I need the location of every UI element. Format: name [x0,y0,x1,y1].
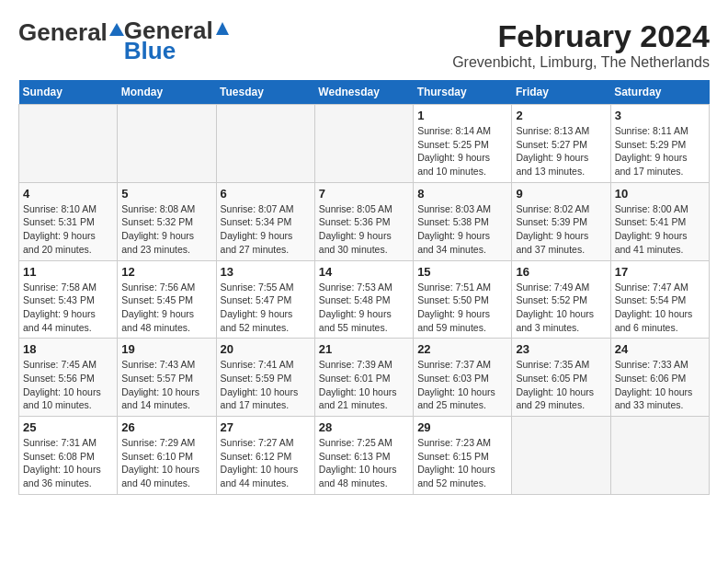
day-info: Sunrise: 8:10 AM Sunset: 5:31 PM Dayligh… [23,202,113,257]
day-info: Sunrise: 8:13 AM Sunset: 5:27 PM Dayligh… [516,124,606,178]
col-tuesday: Tuesday [216,80,314,105]
day-number: 19 [121,342,211,356]
calendar-cell: 17Sunrise: 7:47 AM Sunset: 5:54 PM Dayli… [610,260,709,339]
calendar-cell: 18Sunrise: 7:45 AM Sunset: 5:56 PM Dayli… [19,339,118,417]
day-number: 3 [615,109,705,122]
day-number: 20 [221,342,311,356]
calendar-week-5: 25Sunrise: 7:31 AM Sunset: 6:08 PM Dayli… [19,417,710,495]
calendar-cell [610,417,709,495]
calendar-cell: 6Sunrise: 8:07 AM Sunset: 5:34 PM Daylig… [216,182,314,260]
day-info: Sunrise: 7:23 AM Sunset: 6:15 PM Dayligh… [417,436,507,490]
calendar-cell: 20Sunrise: 7:41 AM Sunset: 5:59 PM Dayli… [216,339,314,417]
col-sunday: Sunday [19,80,118,105]
calendar-cell: 8Sunrise: 8:03 AM Sunset: 5:38 PM Daylig… [414,182,512,260]
calendar-week-3: 11Sunrise: 7:58 AM Sunset: 5:43 PM Dayli… [19,260,710,339]
day-info: Sunrise: 8:11 AM Sunset: 5:29 PM Dayligh… [615,124,705,178]
col-wednesday: Wednesday [314,80,413,105]
day-number: 11 [23,265,113,279]
day-info: Sunrise: 7:49 AM Sunset: 5:52 PM Dayligh… [516,281,606,335]
day-number: 21 [319,342,409,356]
calendar-cell: 25Sunrise: 7:31 AM Sunset: 6:08 PM Dayli… [19,417,118,495]
day-info: Sunrise: 8:02 AM Sunset: 5:39 PM Dayligh… [516,202,606,257]
day-number: 9 [516,187,606,201]
calendar-cell: 29Sunrise: 7:23 AM Sunset: 6:15 PM Dayli… [414,417,512,495]
calendar-cell: 4Sunrise: 8:10 AM Sunset: 5:31 PM Daylig… [19,182,118,260]
day-info: Sunrise: 7:53 AM Sunset: 5:48 PM Dayligh… [319,281,409,335]
calendar-cell: 11Sunrise: 7:58 AM Sunset: 5:43 PM Dayli… [19,260,118,339]
calendar-cell: 7Sunrise: 8:05 AM Sunset: 5:36 PM Daylig… [314,182,413,260]
day-number: 22 [417,342,507,356]
day-info: Sunrise: 7:45 AM Sunset: 5:56 PM Dayligh… [23,358,113,412]
day-number: 4 [23,187,113,201]
day-info: Sunrise: 8:00 AM Sunset: 5:41 PM Dayligh… [615,202,705,257]
calendar-cell [216,105,314,183]
calendar-week-4: 18Sunrise: 7:45 AM Sunset: 5:56 PM Dayli… [19,339,710,417]
day-info: Sunrise: 8:14 AM Sunset: 5:25 PM Dayligh… [417,124,507,178]
logo-blue-text: Blue [124,39,176,63]
day-info: Sunrise: 7:37 AM Sunset: 6:03 PM Dayligh… [417,358,507,412]
calendar-cell: 10Sunrise: 8:00 AM Sunset: 5:41 PM Dayli… [610,182,709,260]
calendar-cell [118,105,216,183]
day-info: Sunrise: 7:55 AM Sunset: 5:47 PM Dayligh… [221,281,311,335]
day-info: Sunrise: 7:41 AM Sunset: 5:59 PM Dayligh… [221,358,311,412]
calendar-cell [512,417,610,495]
day-number: 17 [615,265,705,279]
day-number: 18 [23,342,113,356]
day-number: 2 [516,109,606,122]
calendar-week-2: 4Sunrise: 8:10 AM Sunset: 5:31 PM Daylig… [19,182,710,260]
day-info: Sunrise: 7:35 AM Sunset: 6:05 PM Dayligh… [516,358,606,412]
logo-triangle [109,23,124,36]
day-info: Sunrise: 7:33 AM Sunset: 6:06 PM Dayligh… [615,358,705,412]
calendar-cell: 19Sunrise: 7:43 AM Sunset: 5:57 PM Dayli… [118,339,216,417]
page-subtitle: Grevenbicht, Limburg, The Netherlands [452,54,710,71]
day-info: Sunrise: 7:29 AM Sunset: 6:10 PM Dayligh… [121,436,211,490]
calendar-cell: 14Sunrise: 7:53 AM Sunset: 5:48 PM Dayli… [314,260,413,339]
day-number: 25 [23,420,113,434]
day-number: 15 [417,265,507,279]
day-info: Sunrise: 7:47 AM Sunset: 5:54 PM Dayligh… [615,281,705,335]
calendar-cell: 16Sunrise: 7:49 AM Sunset: 5:52 PM Dayli… [512,260,610,339]
title-block: February 2024 Grevenbicht, Limburg, The … [452,18,710,71]
day-number: 14 [319,265,409,279]
calendar-header-row: Sunday Monday Tuesday Wednesday Thursday… [19,80,710,105]
day-info: Sunrise: 7:56 AM Sunset: 5:45 PM Dayligh… [121,281,211,335]
page-title: February 2024 [452,18,710,54]
calendar-cell [314,105,413,183]
calendar-cell: 26Sunrise: 7:29 AM Sunset: 6:10 PM Dayli… [118,417,216,495]
calendar-cell: 3Sunrise: 8:11 AM Sunset: 5:29 PM Daylig… [610,105,709,183]
day-info: Sunrise: 7:27 AM Sunset: 6:12 PM Dayligh… [221,436,311,490]
day-info: Sunrise: 7:58 AM Sunset: 5:43 PM Dayligh… [23,281,113,335]
calendar-cell: 22Sunrise: 7:37 AM Sunset: 6:03 PM Dayli… [414,339,512,417]
day-number: 12 [121,265,211,279]
calendar-cell: 9Sunrise: 8:02 AM Sunset: 5:39 PM Daylig… [512,182,610,260]
day-number: 5 [121,187,211,201]
calendar-cell: 2Sunrise: 8:13 AM Sunset: 5:27 PM Daylig… [512,105,610,183]
calendar-cell [19,105,118,183]
day-number: 29 [417,420,507,434]
day-info: Sunrise: 8:07 AM Sunset: 5:34 PM Dayligh… [221,202,311,257]
day-info: Sunrise: 7:25 AM Sunset: 6:13 PM Dayligh… [319,436,409,490]
day-number: 16 [516,265,606,279]
logo-general: General [18,18,108,47]
svg-marker-0 [216,22,229,35]
col-saturday: Saturday [610,80,709,105]
day-info: Sunrise: 8:03 AM Sunset: 5:38 PM Dayligh… [417,202,507,257]
day-number: 8 [417,187,507,201]
calendar-cell: 21Sunrise: 7:39 AM Sunset: 6:01 PM Dayli… [314,339,413,417]
day-number: 24 [615,342,705,356]
day-number: 23 [516,342,606,356]
calendar-cell: 24Sunrise: 7:33 AM Sunset: 6:06 PM Dayli… [610,339,709,417]
calendar-cell: 27Sunrise: 7:27 AM Sunset: 6:12 PM Dayli… [216,417,314,495]
day-number: 1 [417,109,507,122]
col-friday: Friday [512,80,610,105]
day-info: Sunrise: 7:43 AM Sunset: 5:57 PM Dayligh… [121,358,211,412]
day-number: 28 [319,420,409,434]
logo-arrow-icon [216,22,229,39]
calendar-cell: 5Sunrise: 8:08 AM Sunset: 5:32 PM Daylig… [118,182,216,260]
calendar-cell: 23Sunrise: 7:35 AM Sunset: 6:05 PM Dayli… [512,339,610,417]
day-info: Sunrise: 7:51 AM Sunset: 5:50 PM Dayligh… [417,281,507,335]
calendar-cell: 1Sunrise: 8:14 AM Sunset: 5:25 PM Daylig… [414,105,512,183]
calendar-cell: 15Sunrise: 7:51 AM Sunset: 5:50 PM Dayli… [414,260,512,339]
logo: General [18,18,124,47]
day-number: 10 [615,187,705,201]
